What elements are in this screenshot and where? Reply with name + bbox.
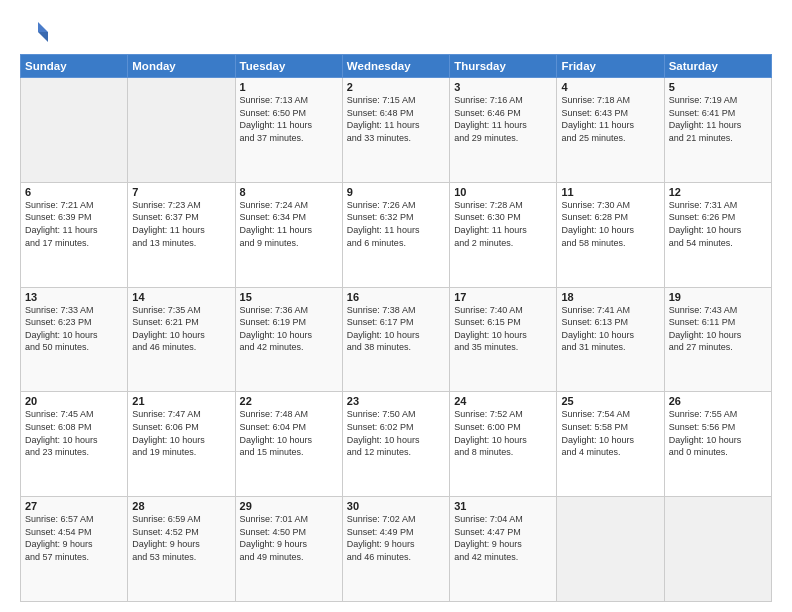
day-number: 30 bbox=[347, 500, 445, 512]
calendar-cell: 26Sunrise: 7:55 AM Sunset: 5:56 PM Dayli… bbox=[664, 392, 771, 497]
day-number: 27 bbox=[25, 500, 123, 512]
day-info: Sunrise: 7:13 AM Sunset: 6:50 PM Dayligh… bbox=[240, 94, 338, 144]
day-number: 28 bbox=[132, 500, 230, 512]
logo-icon bbox=[20, 18, 48, 46]
day-number: 29 bbox=[240, 500, 338, 512]
calendar-cell: 6Sunrise: 7:21 AM Sunset: 6:39 PM Daylig… bbox=[21, 182, 128, 287]
calendar-cell: 28Sunrise: 6:59 AM Sunset: 4:52 PM Dayli… bbox=[128, 497, 235, 602]
day-number: 18 bbox=[561, 291, 659, 303]
day-number: 25 bbox=[561, 395, 659, 407]
day-number: 20 bbox=[25, 395, 123, 407]
day-info: Sunrise: 7:21 AM Sunset: 6:39 PM Dayligh… bbox=[25, 199, 123, 249]
calendar-week-row: 1Sunrise: 7:13 AM Sunset: 6:50 PM Daylig… bbox=[21, 78, 772, 183]
day-info: Sunrise: 7:23 AM Sunset: 6:37 PM Dayligh… bbox=[132, 199, 230, 249]
day-info: Sunrise: 7:30 AM Sunset: 6:28 PM Dayligh… bbox=[561, 199, 659, 249]
day-info: Sunrise: 6:59 AM Sunset: 4:52 PM Dayligh… bbox=[132, 513, 230, 563]
calendar-cell bbox=[557, 497, 664, 602]
day-number: 7 bbox=[132, 186, 230, 198]
weekday-header: Tuesday bbox=[235, 55, 342, 78]
calendar-cell: 11Sunrise: 7:30 AM Sunset: 6:28 PM Dayli… bbox=[557, 182, 664, 287]
day-info: Sunrise: 7:52 AM Sunset: 6:00 PM Dayligh… bbox=[454, 408, 552, 458]
calendar-cell: 15Sunrise: 7:36 AM Sunset: 6:19 PM Dayli… bbox=[235, 287, 342, 392]
day-number: 21 bbox=[132, 395, 230, 407]
day-number: 24 bbox=[454, 395, 552, 407]
day-info: Sunrise: 7:19 AM Sunset: 6:41 PM Dayligh… bbox=[669, 94, 767, 144]
day-number: 4 bbox=[561, 81, 659, 93]
calendar-cell: 9Sunrise: 7:26 AM Sunset: 6:32 PM Daylig… bbox=[342, 182, 449, 287]
day-info: Sunrise: 7:38 AM Sunset: 6:17 PM Dayligh… bbox=[347, 304, 445, 354]
day-info: Sunrise: 7:40 AM Sunset: 6:15 PM Dayligh… bbox=[454, 304, 552, 354]
weekday-header: Monday bbox=[128, 55, 235, 78]
day-info: Sunrise: 7:18 AM Sunset: 6:43 PM Dayligh… bbox=[561, 94, 659, 144]
weekday-header: Saturday bbox=[664, 55, 771, 78]
weekday-header: Thursday bbox=[450, 55, 557, 78]
calendar-cell bbox=[128, 78, 235, 183]
calendar-cell: 5Sunrise: 7:19 AM Sunset: 6:41 PM Daylig… bbox=[664, 78, 771, 183]
day-number: 22 bbox=[240, 395, 338, 407]
calendar-cell: 7Sunrise: 7:23 AM Sunset: 6:37 PM Daylig… bbox=[128, 182, 235, 287]
header bbox=[20, 18, 772, 46]
calendar-cell: 23Sunrise: 7:50 AM Sunset: 6:02 PM Dayli… bbox=[342, 392, 449, 497]
weekday-header: Friday bbox=[557, 55, 664, 78]
day-number: 3 bbox=[454, 81, 552, 93]
day-number: 15 bbox=[240, 291, 338, 303]
day-info: Sunrise: 7:02 AM Sunset: 4:49 PM Dayligh… bbox=[347, 513, 445, 563]
calendar-cell: 21Sunrise: 7:47 AM Sunset: 6:06 PM Dayli… bbox=[128, 392, 235, 497]
calendar-cell: 4Sunrise: 7:18 AM Sunset: 6:43 PM Daylig… bbox=[557, 78, 664, 183]
day-info: Sunrise: 7:35 AM Sunset: 6:21 PM Dayligh… bbox=[132, 304, 230, 354]
day-info: Sunrise: 7:45 AM Sunset: 6:08 PM Dayligh… bbox=[25, 408, 123, 458]
day-info: Sunrise: 7:01 AM Sunset: 4:50 PM Dayligh… bbox=[240, 513, 338, 563]
weekday-header: Wednesday bbox=[342, 55, 449, 78]
calendar-table: SundayMondayTuesdayWednesdayThursdayFrid… bbox=[20, 54, 772, 602]
day-info: Sunrise: 7:41 AM Sunset: 6:13 PM Dayligh… bbox=[561, 304, 659, 354]
calendar-cell: 29Sunrise: 7:01 AM Sunset: 4:50 PM Dayli… bbox=[235, 497, 342, 602]
calendar-cell: 10Sunrise: 7:28 AM Sunset: 6:30 PM Dayli… bbox=[450, 182, 557, 287]
day-info: Sunrise: 6:57 AM Sunset: 4:54 PM Dayligh… bbox=[25, 513, 123, 563]
day-number: 26 bbox=[669, 395, 767, 407]
day-number: 19 bbox=[669, 291, 767, 303]
day-number: 31 bbox=[454, 500, 552, 512]
calendar-cell: 14Sunrise: 7:35 AM Sunset: 6:21 PM Dayli… bbox=[128, 287, 235, 392]
calendar-cell: 16Sunrise: 7:38 AM Sunset: 6:17 PM Dayli… bbox=[342, 287, 449, 392]
day-number: 23 bbox=[347, 395, 445, 407]
day-info: Sunrise: 7:48 AM Sunset: 6:04 PM Dayligh… bbox=[240, 408, 338, 458]
day-number: 12 bbox=[669, 186, 767, 198]
calendar-week-row: 20Sunrise: 7:45 AM Sunset: 6:08 PM Dayli… bbox=[21, 392, 772, 497]
calendar-cell: 25Sunrise: 7:54 AM Sunset: 5:58 PM Dayli… bbox=[557, 392, 664, 497]
day-number: 11 bbox=[561, 186, 659, 198]
weekday-header: Sunday bbox=[21, 55, 128, 78]
calendar-week-row: 6Sunrise: 7:21 AM Sunset: 6:39 PM Daylig… bbox=[21, 182, 772, 287]
day-info: Sunrise: 7:26 AM Sunset: 6:32 PM Dayligh… bbox=[347, 199, 445, 249]
day-info: Sunrise: 7:55 AM Sunset: 5:56 PM Dayligh… bbox=[669, 408, 767, 458]
day-info: Sunrise: 7:15 AM Sunset: 6:48 PM Dayligh… bbox=[347, 94, 445, 144]
day-info: Sunrise: 7:54 AM Sunset: 5:58 PM Dayligh… bbox=[561, 408, 659, 458]
calendar-cell: 1Sunrise: 7:13 AM Sunset: 6:50 PM Daylig… bbox=[235, 78, 342, 183]
calendar-cell: 2Sunrise: 7:15 AM Sunset: 6:48 PM Daylig… bbox=[342, 78, 449, 183]
calendar-cell: 20Sunrise: 7:45 AM Sunset: 6:08 PM Dayli… bbox=[21, 392, 128, 497]
calendar-cell bbox=[664, 497, 771, 602]
day-info: Sunrise: 7:47 AM Sunset: 6:06 PM Dayligh… bbox=[132, 408, 230, 458]
day-number: 17 bbox=[454, 291, 552, 303]
day-number: 5 bbox=[669, 81, 767, 93]
day-number: 2 bbox=[347, 81, 445, 93]
day-info: Sunrise: 7:04 AM Sunset: 4:47 PM Dayligh… bbox=[454, 513, 552, 563]
day-number: 10 bbox=[454, 186, 552, 198]
day-number: 8 bbox=[240, 186, 338, 198]
calendar-cell bbox=[21, 78, 128, 183]
day-info: Sunrise: 7:16 AM Sunset: 6:46 PM Dayligh… bbox=[454, 94, 552, 144]
calendar-cell: 3Sunrise: 7:16 AM Sunset: 6:46 PM Daylig… bbox=[450, 78, 557, 183]
day-info: Sunrise: 7:28 AM Sunset: 6:30 PM Dayligh… bbox=[454, 199, 552, 249]
day-info: Sunrise: 7:50 AM Sunset: 6:02 PM Dayligh… bbox=[347, 408, 445, 458]
calendar-cell: 13Sunrise: 7:33 AM Sunset: 6:23 PM Dayli… bbox=[21, 287, 128, 392]
day-info: Sunrise: 7:33 AM Sunset: 6:23 PM Dayligh… bbox=[25, 304, 123, 354]
calendar-cell: 22Sunrise: 7:48 AM Sunset: 6:04 PM Dayli… bbox=[235, 392, 342, 497]
calendar-page: SundayMondayTuesdayWednesdayThursdayFrid… bbox=[0, 0, 792, 612]
calendar-cell: 19Sunrise: 7:43 AM Sunset: 6:11 PM Dayli… bbox=[664, 287, 771, 392]
day-info: Sunrise: 7:36 AM Sunset: 6:19 PM Dayligh… bbox=[240, 304, 338, 354]
day-info: Sunrise: 7:43 AM Sunset: 6:11 PM Dayligh… bbox=[669, 304, 767, 354]
calendar-week-row: 13Sunrise: 7:33 AM Sunset: 6:23 PM Dayli… bbox=[21, 287, 772, 392]
calendar-cell: 8Sunrise: 7:24 AM Sunset: 6:34 PM Daylig… bbox=[235, 182, 342, 287]
calendar-cell: 17Sunrise: 7:40 AM Sunset: 6:15 PM Dayli… bbox=[450, 287, 557, 392]
day-number: 9 bbox=[347, 186, 445, 198]
day-info: Sunrise: 7:31 AM Sunset: 6:26 PM Dayligh… bbox=[669, 199, 767, 249]
